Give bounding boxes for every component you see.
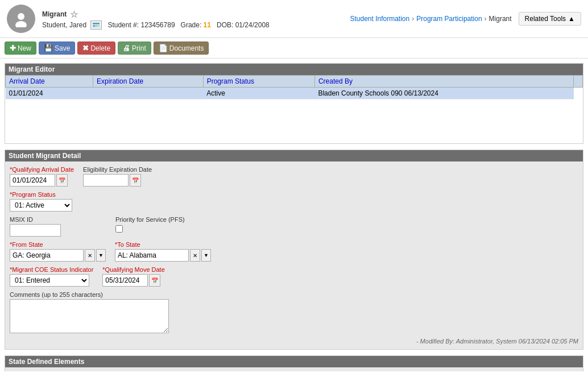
msix-id-input[interactable] (10, 224, 61, 237)
cell-expiration-date (93, 88, 204, 100)
qualifying-arrival-date-calendar[interactable]: 📅 (56, 174, 68, 187)
migrant-editor-title: Migrant Editor (9, 65, 55, 73)
documents-button[interactable]: 📄 Documents (154, 42, 209, 55)
priority-for-service-group: Priority for Service (PFS) (115, 216, 185, 237)
detail-row-1: *Qualifying Arrival Date 📅 Eligibility E… (10, 166, 578, 187)
qualifying-move-date-field: 📅 (102, 274, 164, 287)
migrant-coe-status-label: *Migrant COE Status Indicator (10, 266, 93, 273)
program-status-select[interactable]: 01: Active 02: OSY 03: Inactive (10, 199, 72, 212)
qualifying-arrival-date-field: 📅 (10, 174, 74, 187)
page-header: Migrant ☆ Student, Jared 🪪 Student #: 12… (0, 0, 588, 38)
detail-row-5: *Migrant COE Status Indicator 01: Entere… (10, 266, 578, 287)
chevron-up-icon: ▲ (568, 15, 575, 23)
table-header-row: Arrival Date Expiration Date Program Sta… (6, 76, 583, 88)
migrant-editor-section: Migrant Editor Arrival Date Expiration D… (5, 63, 583, 144)
program-status-label: *Program Status (10, 191, 72, 198)
to-state-dropdown-button[interactable]: ▼ (201, 249, 211, 262)
eligibility-expiration-date-field: 📅 (83, 174, 152, 187)
save-button[interactable]: 💾 Save (39, 42, 75, 55)
comments-textarea[interactable] (10, 299, 169, 333)
delete-button[interactable]: ✖ Delete (77, 42, 115, 55)
to-state-group: *To State ✕ ▼ (115, 241, 211, 262)
migrant-coe-status-group: *Migrant COE Status Indicator 01: Entere… (10, 266, 93, 287)
cell-created-by: Bladen County Schools 090 06/13/2024 (314, 88, 573, 100)
breadcrumb-student-info[interactable]: Student Information (350, 15, 409, 23)
comments-label: Comments (up to 255 characters) (10, 291, 169, 298)
breadcrumb-program-participation[interactable]: Program Participation (416, 15, 482, 23)
qualifying-move-date-group: *Qualifying Move Date 📅 (102, 266, 164, 287)
print-label: Print (132, 44, 146, 52)
toolbar: ✚ New 💾 Save ✖ Delete 🖨 Print 📄 Document… (0, 38, 588, 59)
col-scroll (574, 76, 583, 88)
detail-row-6: Comments (up to 255 characters) (10, 291, 578, 333)
qualifying-arrival-date-group: *Qualifying Arrival Date 📅 (10, 166, 74, 187)
from-state-group: *From State ✕ ▼ (10, 241, 106, 262)
col-program-status[interactable]: Program Status (203, 76, 314, 88)
qualifying-move-date-input[interactable] (102, 274, 148, 287)
save-icon: 💾 (44, 44, 53, 52)
priority-for-service-checkbox[interactable] (115, 225, 123, 233)
svg-point-1 (15, 21, 27, 27)
table-row[interactable]: 01/01/2024 Active Bladen County Schools … (6, 88, 583, 100)
to-state-clear-button[interactable]: ✕ (190, 249, 200, 262)
eligibility-expiration-date-group: Eligibility Expiration Date 📅 (83, 166, 152, 187)
priority-for-service-checkbox-group (115, 225, 185, 233)
eligibility-expiration-date-input[interactable] (83, 174, 129, 187)
header-subtitle: Student, Jared 🪪 Student #: 123456789 Gr… (42, 21, 350, 29)
breadcrumb: Student Information › Program Participat… (350, 15, 511, 23)
qualifying-move-date-calendar[interactable]: 📅 (149, 274, 160, 287)
print-icon: 🖨 (123, 44, 130, 52)
col-expiration-date[interactable]: Expiration Date (93, 76, 204, 88)
detail-row-4: *From State ✕ ▼ *To State ✕ ▼ (10, 241, 578, 262)
migrant-editor-table: Arrival Date Expiration Date Program Sta… (5, 75, 583, 100)
grade-value: 11 (204, 21, 211, 29)
from-state-field: ✕ ▼ (10, 249, 106, 262)
eligibility-expiration-date-label: Eligibility Expiration Date (83, 166, 152, 173)
page-title: Migrant (42, 10, 67, 18)
student-number: 123456789 (140, 21, 175, 29)
qualifying-arrival-date-input[interactable] (10, 174, 55, 187)
save-label: Save (55, 44, 70, 52)
print-button[interactable]: 🖨 Print (118, 42, 151, 55)
to-state-field: ✕ ▼ (115, 249, 211, 262)
qualifying-arrival-date-label: *Qualifying Arrival Date (10, 166, 74, 173)
favorite-icon[interactable]: ☆ (70, 9, 78, 20)
student-migrant-detail-section: Student Migrant Detail *Qualifying Arriv… (5, 150, 583, 350)
migrant-coe-status-select[interactable]: 01: Entered 02: Pending 03: Exited (10, 274, 89, 287)
to-state-input[interactable] (115, 249, 189, 262)
eligibility-expiration-date-calendar[interactable]: 📅 (130, 174, 141, 187)
related-tools-label: Related Tools (525, 15, 566, 23)
program-status-group: *Program Status 01: Active 02: OSY 03: I… (10, 191, 72, 212)
cell-arrival-date: 01/01/2024 (6, 88, 93, 100)
breadcrumb-sep1: › (412, 15, 414, 23)
to-state-label: *To State (115, 241, 211, 248)
state-defined-elements-title: State Defined Elements (9, 358, 84, 366)
modified-by: - Modified By: Administrator, System 06/… (10, 338, 578, 345)
col-arrival-date[interactable]: Arrival Date (6, 76, 93, 88)
new-label: New (18, 44, 31, 52)
grade-label: Grade: (181, 21, 202, 29)
documents-icon: 📄 (159, 44, 168, 52)
state-body: From Country ✕ ▼ H2A Visa Y: Yes N: No (5, 367, 583, 371)
from-state-dropdown-button[interactable]: ▼ (96, 249, 106, 262)
new-button[interactable]: ✚ New (5, 42, 36, 55)
from-state-clear-button[interactable]: ✕ (85, 249, 95, 262)
from-state-label: *From State (10, 241, 106, 248)
main-content: Migrant Editor Arrival Date Expiration D… (0, 59, 588, 371)
priority-for-service-label: Priority for Service (PFS) (115, 216, 185, 223)
svg-point-0 (18, 13, 24, 20)
detail-section-header: Student Migrant Detail (5, 150, 583, 161)
header-title: Migrant ☆ (42, 9, 350, 20)
from-state-input[interactable] (10, 249, 84, 262)
id-card-icon[interactable]: 🪪 (90, 20, 102, 30)
detail-row-3: MSIX ID Priority for Service (PFS) (10, 216, 578, 237)
msix-id-group: MSIX ID (10, 216, 61, 237)
student-number-label: Student #: (107, 21, 139, 29)
comments-group: Comments (up to 255 characters) (10, 291, 169, 333)
col-created-by[interactable]: Created By (314, 76, 573, 88)
dob-value: 01/24/2008 (235, 21, 270, 29)
related-tools-button[interactable]: Related Tools ▲ (519, 12, 581, 26)
migrant-editor-header: Migrant Editor (5, 64, 583, 75)
avatar (7, 5, 35, 33)
breadcrumb-current: Migrant (489, 15, 512, 23)
